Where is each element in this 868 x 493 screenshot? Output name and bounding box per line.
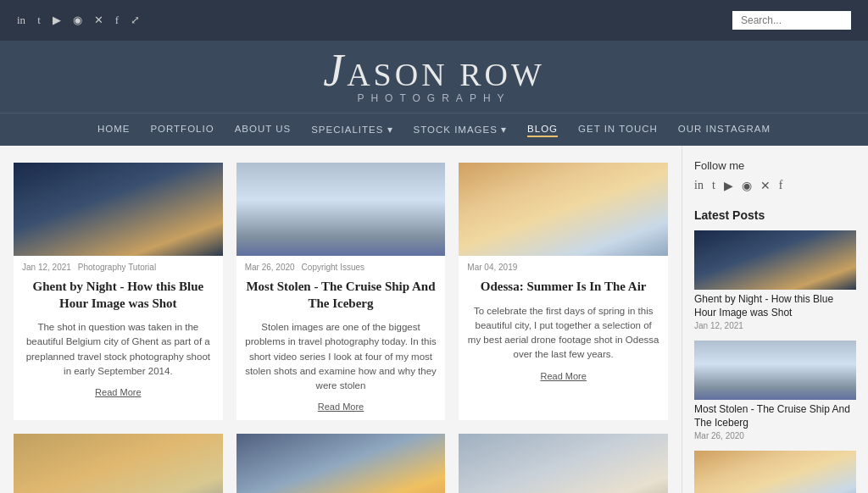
latest-post-title-2[interactable]: Most Stolen - The Cruise Ship And The Ic… bbox=[694, 403, 856, 429]
sidebar-twitter-icon[interactable]: ✕ bbox=[760, 179, 771, 193]
post-card-4 bbox=[14, 434, 223, 493]
post-excerpt-3: To celebrate the first days of spring in… bbox=[459, 301, 668, 368]
sidebar-tumblr-icon[interactable]: t bbox=[712, 179, 715, 193]
read-more-link-1[interactable]: Read More bbox=[14, 384, 223, 406]
post-card-2: Mar 26, 2020 Copyright Issues Most Stole… bbox=[236, 163, 446, 420]
latest-post-item-1: Ghent by Night - How this Blue Hour Imag… bbox=[694, 230, 856, 330]
follow-me-label: Follow me bbox=[694, 159, 856, 172]
post-excerpt-1: The shot in question was taken in the be… bbox=[14, 317, 223, 384]
post-card-6 bbox=[459, 434, 668, 493]
sidebar: Follow me in t ▶ ◉ ✕ f Latest Posts Ghen… bbox=[682, 146, 868, 493]
post-category-1: Photography Tutorial bbox=[78, 263, 156, 272]
sidebar-linkedin-icon[interactable]: in bbox=[694, 179, 704, 193]
sidebar-instagram-icon[interactable]: ◉ bbox=[742, 179, 752, 193]
site-subtitle: PHOTOGRAPHY bbox=[0, 92, 868, 104]
linkedin-icon[interactable]: in bbox=[17, 14, 25, 27]
post-title-3[interactable]: Odessa: Summer Is In The Air bbox=[459, 275, 668, 301]
post-image-6[interactable] bbox=[459, 434, 668, 493]
youtube-icon[interactable]: ▶ bbox=[53, 14, 61, 27]
post-title-2[interactable]: Most Stolen - The Cruise Ship And The Ic… bbox=[236, 275, 446, 317]
facebook-icon[interactable]: f bbox=[115, 14, 119, 27]
post-image-1[interactable] bbox=[14, 163, 223, 256]
post-excerpt-2: Stolen images are one of the biggest pro… bbox=[236, 317, 446, 398]
twitter-icon[interactable]: ✕ bbox=[94, 14, 103, 27]
post-card-1: Jan 12, 2021 Photography Tutorial Ghent … bbox=[14, 163, 223, 420]
site-title-rest: ASON ROW bbox=[347, 57, 545, 92]
nav-specialites[interactable]: SPECIALITES ▾ bbox=[311, 122, 392, 137]
site-title-j: J bbox=[323, 45, 347, 96]
social-links-top: in t ▶ ◉ ✕ f ⤢ bbox=[17, 14, 140, 27]
read-more-link-2[interactable]: Read More bbox=[236, 398, 446, 420]
post-date-1: Jan 12, 2021 bbox=[22, 263, 71, 272]
top-bar: in t ▶ ◉ ✕ f ⤢ bbox=[0, 0, 868, 41]
latest-posts-title: Latest Posts bbox=[694, 208, 856, 222]
post-card-5 bbox=[236, 434, 446, 493]
post-image-5[interactable] bbox=[236, 434, 446, 493]
posts-area: Jan 12, 2021 Photography Tutorial Ghent … bbox=[0, 146, 682, 493]
post-card-3: Mar 04, 2019 Odessa: Summer Is In The Ai… bbox=[459, 163, 668, 420]
nav-about[interactable]: ABOUT US bbox=[235, 122, 292, 137]
posts-grid-bottom bbox=[14, 434, 668, 493]
latest-post-image-2[interactable] bbox=[694, 341, 856, 400]
content-area: Jan 12, 2021 Photography Tutorial Ghent … bbox=[0, 146, 868, 493]
post-image-4[interactable] bbox=[14, 434, 223, 493]
post-image-3[interactable] bbox=[459, 163, 668, 256]
nav-blog[interactable]: BLOG bbox=[527, 122, 558, 137]
latest-post-item-3 bbox=[694, 451, 856, 493]
nav-home[interactable]: HOME bbox=[97, 122, 131, 137]
post-category-2: Copyright Issues bbox=[302, 263, 364, 272]
site-header: JASON ROW PHOTOGRAPHY bbox=[0, 41, 868, 113]
nav-stock-images[interactable]: STOCK IMAGES ▾ bbox=[414, 122, 508, 137]
post-title-1[interactable]: Ghent by Night - How this Blue Hour Imag… bbox=[14, 275, 223, 317]
read-more-link-3[interactable]: Read More bbox=[459, 368, 668, 390]
share-icon[interactable]: ⤢ bbox=[131, 14, 140, 27]
sidebar-youtube-icon[interactable]: ▶ bbox=[724, 179, 733, 193]
nav-get-in-touch[interactable]: GET IN TOUCH bbox=[578, 122, 658, 137]
latest-post-title-1[interactable]: Ghent by Night - How this Blue Hour Imag… bbox=[694, 293, 856, 319]
post-date-3: Mar 04, 2019 bbox=[467, 263, 517, 272]
post-meta-3: Mar 04, 2019 bbox=[459, 256, 668, 275]
instagram-icon[interactable]: ◉ bbox=[73, 14, 82, 27]
site-title: JASON ROW bbox=[0, 53, 868, 91]
post-image-2[interactable] bbox=[236, 163, 446, 256]
latest-post-date-1: Jan 12, 2021 bbox=[694, 321, 856, 330]
post-date-2: Mar 26, 2020 bbox=[245, 263, 295, 272]
nav-instagram[interactable]: OUR INSTAGRAM bbox=[678, 122, 771, 137]
search-input[interactable] bbox=[732, 11, 851, 30]
latest-post-image-3[interactable] bbox=[694, 451, 856, 493]
search-area bbox=[732, 11, 851, 30]
posts-grid-top: Jan 12, 2021 Photography Tutorial Ghent … bbox=[14, 163, 668, 420]
sidebar-facebook-icon[interactable]: f bbox=[779, 179, 783, 193]
latest-post-item-2: Most Stolen - The Cruise Ship And The Ic… bbox=[694, 341, 856, 440]
latest-post-image-1[interactable] bbox=[694, 230, 856, 290]
post-meta-1: Jan 12, 2021 Photography Tutorial bbox=[14, 256, 223, 275]
latest-post-date-2: Mar 26, 2020 bbox=[694, 431, 856, 440]
sidebar-social-icons: in t ▶ ◉ ✕ f bbox=[694, 179, 856, 193]
post-meta-2: Mar 26, 2020 Copyright Issues bbox=[236, 256, 446, 275]
main-nav: HOME PORTFOLIO ABOUT US SPECIALITES ▾ ST… bbox=[0, 113, 868, 146]
tumblr-icon[interactable]: t bbox=[37, 14, 41, 27]
nav-portfolio[interactable]: PORTFOLIO bbox=[150, 122, 214, 137]
